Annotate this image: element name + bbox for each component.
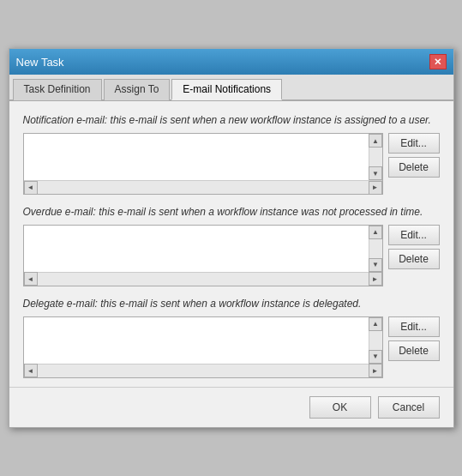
notification-edit-button[interactable]: Edit... xyxy=(388,133,440,154)
notification-label: Notification e-mail: this e-mail is sent… xyxy=(23,113,440,128)
notification-scroll-track-h xyxy=(38,181,369,194)
delegate-textarea[interactable] xyxy=(24,317,369,364)
overdue-scrollbar-v: ▲ ▼ xyxy=(369,226,382,272)
notification-textarea[interactable] xyxy=(24,134,369,180)
title-bar: New Task ✕ xyxy=(9,49,453,75)
notification-btn-group: Edit... Delete xyxy=(388,133,440,178)
notification-email-section: Notification e-mail: this e-mail is sent… xyxy=(23,113,440,195)
delegate-scroll-track-h xyxy=(38,365,369,377)
overdue-edit-button[interactable]: Edit... xyxy=(388,225,440,245)
delegate-scroll-right[interactable]: ► xyxy=(369,364,382,377)
close-button[interactable]: ✕ xyxy=(429,54,447,69)
delegate-email-section: Delegate e-mail: this e-mail is sent whe… xyxy=(23,297,440,378)
notification-scroll-right[interactable]: ► xyxy=(369,181,382,195)
overdue-scroll-track-h xyxy=(38,273,369,286)
delegate-edit-button[interactable]: Edit... xyxy=(388,316,440,337)
notification-scroll-up[interactable]: ▲ xyxy=(369,134,382,148)
overdue-scroll-up[interactable]: ▲ xyxy=(369,226,382,239)
notification-scroll-track-v xyxy=(369,148,382,166)
dialog-footer: OK Cancel xyxy=(9,387,453,427)
overdue-scroll-right[interactable]: ► xyxy=(369,272,382,286)
notification-textarea-main: ▲ ▼ xyxy=(24,134,382,180)
dialog-title: New Task xyxy=(16,56,64,69)
notification-email-row: ▲ ▼ ◄ ► Edit... Delete xyxy=(23,133,440,195)
delegate-label: Delegate e-mail: this e-mail is sent whe… xyxy=(23,297,440,311)
delegate-scroll-track-v xyxy=(369,331,382,350)
notification-scrollbar-v: ▲ ▼ xyxy=(369,134,382,180)
ok-button[interactable]: OK xyxy=(309,396,371,419)
overdue-scroll-left[interactable]: ◄ xyxy=(24,272,38,286)
overdue-btn-group: Edit... Delete xyxy=(388,225,440,269)
overdue-email-section: Overdue e-mail: this e-mail is sent when… xyxy=(23,205,440,286)
notification-textarea-wrapper: ▲ ▼ ◄ ► xyxy=(23,133,383,195)
tab-email-notifications[interactable]: E-mail Notifications xyxy=(171,79,282,100)
tab-assign-to[interactable]: Assign To xyxy=(104,79,171,100)
title-bar-buttons: ✕ xyxy=(429,54,447,69)
overdue-textarea-main: ▲ ▼ xyxy=(24,226,382,272)
new-task-dialog: New Task ✕ Task Definition Assign To E-m… xyxy=(9,48,454,427)
delegate-btn-group: Edit... Delete xyxy=(388,316,440,361)
overdue-scroll-track-v xyxy=(369,239,382,258)
cancel-button[interactable]: Cancel xyxy=(378,396,440,419)
delegate-textarea-wrapper: ▲ ▼ ◄ ► xyxy=(23,316,383,378)
overdue-textarea-wrapper: ▲ ▼ ◄ ► xyxy=(23,225,383,286)
overdue-scrollbar-h: ◄ ► xyxy=(24,272,382,286)
notification-scroll-left[interactable]: ◄ xyxy=(24,181,38,195)
notification-scrollbar-h: ◄ ► xyxy=(24,180,382,194)
delegate-textarea-main: ▲ ▼ xyxy=(24,317,382,364)
delegate-delete-button[interactable]: Delete xyxy=(388,340,440,361)
delegate-scrollbar-v: ▲ ▼ xyxy=(369,317,382,364)
tab-bar: Task Definition Assign To E-mail Notific… xyxy=(9,75,453,101)
dialog-content: Notification e-mail: this e-mail is sent… xyxy=(9,101,453,386)
notification-scroll-down[interactable]: ▼ xyxy=(369,166,382,180)
overdue-delete-button[interactable]: Delete xyxy=(388,249,440,269)
delegate-scroll-down[interactable]: ▼ xyxy=(369,350,382,364)
notification-delete-button[interactable]: Delete xyxy=(388,157,440,178)
overdue-label: Overdue e-mail: this e-mail is sent when… xyxy=(23,205,440,220)
delegate-scroll-left[interactable]: ◄ xyxy=(24,364,38,377)
delegate-email-row: ▲ ▼ ◄ ► Edit... Delete xyxy=(23,316,440,378)
tab-task-definition[interactable]: Task Definition xyxy=(13,79,102,100)
overdue-email-row: ▲ ▼ ◄ ► Edit... Delete xyxy=(23,225,440,286)
delegate-scroll-up[interactable]: ▲ xyxy=(369,317,382,331)
overdue-scroll-down[interactable]: ▼ xyxy=(369,258,382,272)
delegate-scrollbar-h: ◄ ► xyxy=(24,364,382,377)
overdue-textarea[interactable] xyxy=(24,226,369,272)
